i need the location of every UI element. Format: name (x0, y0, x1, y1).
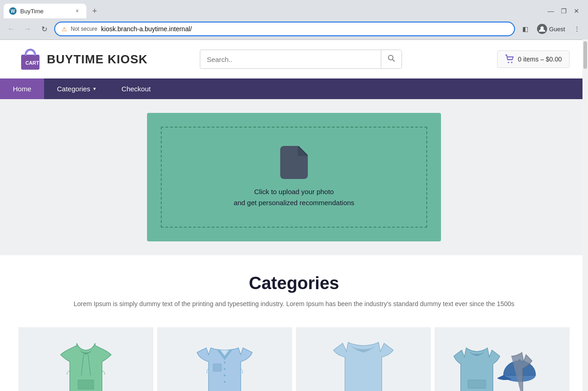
categories-chevron-icon: ▾ (93, 86, 96, 92)
logo-text: BUYTIME KIOSK (47, 52, 148, 67)
site-navigation: Home Categories ▾ Checkout (0, 78, 588, 99)
file-upload-icon (280, 146, 308, 179)
reload-button[interactable]: ↻ (38, 22, 51, 35)
search-icon (388, 55, 395, 62)
categories-section: Categories Lorem Ipsum is simply dummy t… (0, 255, 588, 318)
hero-section: Click to upload your photo and get perso… (0, 99, 588, 255)
cart-area: 0 items – $0.00 (497, 50, 570, 68)
svg-rect-15 (213, 364, 221, 371)
svg-point-8 (511, 62, 513, 63)
svg-line-6 (393, 60, 395, 62)
profile-avatar (537, 24, 547, 34)
scrollbar[interactable] (582, 39, 588, 391)
nav-categories[interactable]: Categories ▾ (44, 78, 109, 99)
site-header: CART BUYTIME KIOSK 0 items – $0.00 (0, 40, 588, 78)
svg-point-7 (508, 62, 509, 63)
logo-area[interactable]: CART BUYTIME KIOSK (18, 47, 148, 71)
nav-home[interactable]: Home (0, 78, 44, 99)
product-card-2[interactable] (157, 327, 292, 391)
browser-chrome: W BuyTime × + — ❐ ✕ ← → ↻ ⚠ Not secure k… (0, 0, 588, 40)
back-button[interactable]: ← (5, 22, 17, 35)
product-card-3[interactable] (296, 327, 431, 391)
wordpress-favicon: W (9, 7, 17, 15)
svg-point-13 (224, 374, 226, 376)
window-minimize-button[interactable]: — (545, 5, 557, 17)
extensions-button[interactable]: ◧ (519, 22, 531, 35)
not-secure-label: Not secure (71, 26, 97, 32)
tab-close-button[interactable]: × (74, 7, 81, 15)
profile-name-label: Guest (549, 26, 565, 33)
cart-label: 0 items – $0.00 (518, 56, 562, 63)
svg-text:CART: CART (25, 60, 39, 66)
categories-heading: Categories (18, 274, 570, 293)
logo-icon: CART (18, 47, 42, 71)
categories-subtitle: Lorem Ipsum is simply dummy text of the … (41, 299, 547, 309)
forward-button[interactable]: → (21, 22, 34, 35)
search-input[interactable] (200, 51, 381, 68)
search-bar[interactable] (200, 50, 402, 69)
cart-button[interactable]: 0 items – $0.00 (497, 50, 570, 68)
browser-tab[interactable]: W BuyTime × (4, 4, 86, 18)
svg-point-5 (389, 56, 393, 60)
svg-point-0 (541, 27, 544, 30)
upload-text: Click to upload your photo and get perso… (234, 186, 355, 208)
address-bar-row: ← → ↻ ⚠ Not secure kiosk.branch-a.buytim… (0, 18, 588, 39)
svg-point-14 (224, 381, 226, 383)
product-image-3 (296, 327, 431, 391)
product-card-1[interactable] (18, 327, 153, 391)
search-button[interactable] (381, 50, 401, 68)
browser-actions: ◧ Guest ⋮ (519, 22, 583, 35)
svg-point-11 (224, 362, 226, 363)
browser-menu-button[interactable]: ⋮ (571, 22, 583, 35)
address-bar[interactable]: ⚠ Not secure kiosk.branch-a.buytime.inte… (54, 22, 515, 36)
website-content: CART BUYTIME KIOSK 0 items – $0.00 (0, 40, 588, 391)
profile-button[interactable]: Guest (533, 23, 569, 35)
tab-title: BuyTime (20, 8, 70, 15)
security-warning-icon: ⚠ (62, 26, 67, 33)
window-maximize-button[interactable]: ❐ (558, 5, 570, 17)
cart-icon (505, 55, 514, 64)
product-card-4[interactable] (435, 327, 570, 391)
product-image-4 (435, 327, 570, 391)
window-close-button[interactable]: ✕ (571, 5, 582, 17)
scrollbar-thumb[interactable] (583, 41, 587, 69)
upload-dropzone[interactable]: Click to upload your photo and get perso… (161, 127, 427, 228)
nav-checkout[interactable]: Checkout (109, 78, 164, 99)
product-grid (0, 318, 588, 391)
product-image-2 (157, 327, 292, 391)
product-image-1 (18, 327, 153, 391)
upload-box: Click to upload your photo and get perso… (147, 113, 441, 241)
url-display: kiosk.branch-a.buytime.internal/ (101, 25, 508, 33)
window-controls: — ❐ ✕ (545, 5, 584, 17)
svg-point-12 (224, 368, 226, 370)
tab-bar: W BuyTime × + — ❐ ✕ (0, 0, 588, 18)
new-tab-button[interactable]: + (88, 5, 101, 17)
